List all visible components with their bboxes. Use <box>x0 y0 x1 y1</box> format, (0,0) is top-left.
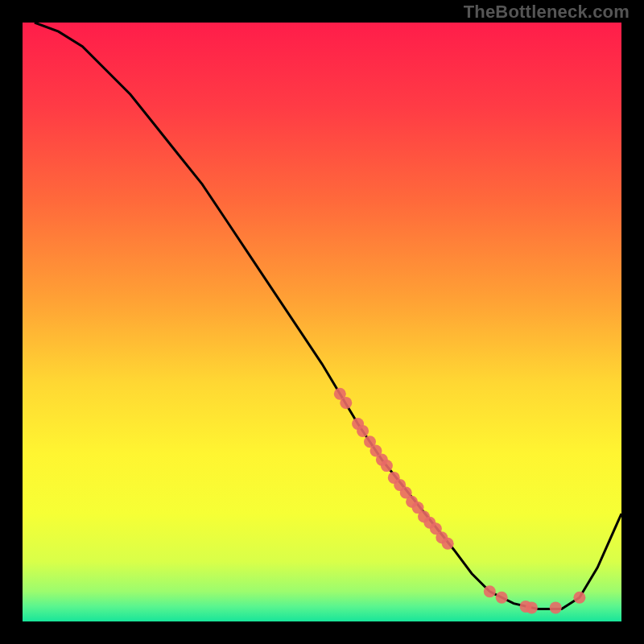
data-marker <box>381 460 393 472</box>
data-marker <box>526 601 538 613</box>
plot-area <box>23 23 621 621</box>
chart-svg <box>23 23 621 621</box>
data-marker <box>573 592 585 604</box>
data-marker <box>340 397 352 409</box>
data-marker <box>357 425 369 437</box>
attribution-label: TheBottleneck.com <box>464 2 630 23</box>
data-marker <box>550 601 562 613</box>
chart-frame: TheBottleneck.com <box>0 0 644 644</box>
data-marker <box>484 585 496 597</box>
gradient-background <box>23 23 621 621</box>
data-marker <box>442 538 454 550</box>
data-marker <box>496 592 508 604</box>
